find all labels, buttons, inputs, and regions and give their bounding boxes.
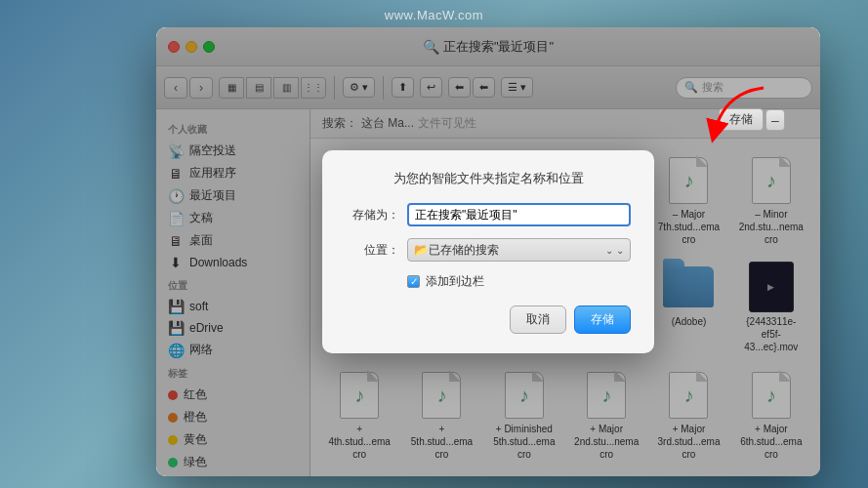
checkbox-label: 添加到边栏 <box>426 273 484 290</box>
save-button[interactable]: 存储 <box>574 305 631 334</box>
checkbox-row: ✓ 添加到边栏 <box>346 273 631 290</box>
save-dialog: 为您的智能文件夹指定名称和位置 存储为： 位置： 📂 已存储的搜索 ⌄ ⌄ ✓ … <box>322 150 654 353</box>
dialog-title: 为您的智能文件夹指定名称和位置 <box>346 170 631 187</box>
watermark-text: www.MacW.com <box>385 8 483 22</box>
location-select[interactable]: 📂 已存储的搜索 ⌄ ⌄ <box>407 238 631 262</box>
dialog-buttons: 取消 存储 <box>346 305 631 334</box>
location-label: 位置： <box>346 242 399 259</box>
save-as-row: 存储为： <box>346 203 631 226</box>
location-row: 位置： 📂 已存储的搜索 ⌄ ⌄ <box>346 238 631 262</box>
save-as-input[interactable] <box>407 203 631 226</box>
minus-top-button[interactable]: – <box>765 109 785 131</box>
watermark: www.MacW.com <box>385 8 483 22</box>
location-select-text: 已存储的搜索 <box>429 242 499 259</box>
finder-window: 🔍 正在搜索"最近项目" ‹ › ▦ ▤ ▥ ⋮⋮ ⚙ ▾ ⬆ ↩ ⬅ ⬅ ☰ … <box>156 27 820 476</box>
save-as-label: 存储为： <box>346 207 399 224</box>
dialog-overlay: 为您的智能文件夹指定名称和位置 存储为： 位置： 📂 已存储的搜索 ⌄ ⌄ ✓ … <box>156 27 820 476</box>
cancel-button[interactable]: 取消 <box>510 305 566 334</box>
add-to-sidebar-checkbox[interactable]: ✓ <box>407 275 420 288</box>
store-top-button[interactable]: 存储 <box>719 108 764 131</box>
